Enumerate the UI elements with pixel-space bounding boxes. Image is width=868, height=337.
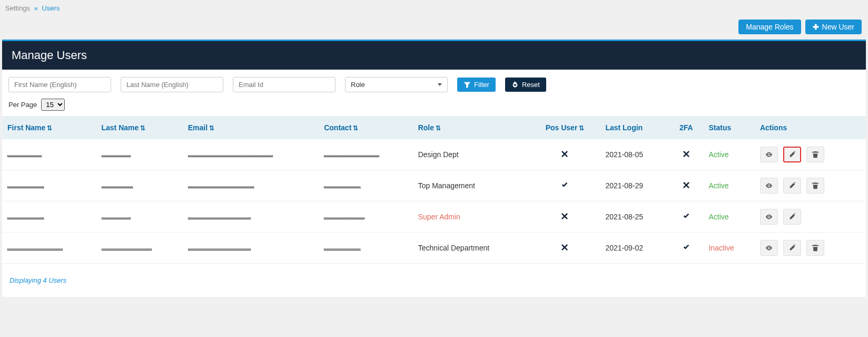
- sort-icon: ⇅: [353, 124, 358, 132]
- cell-status: Active: [703, 139, 754, 170]
- table-row: Design Dept 2021-08-05 Active: [2, 139, 866, 170]
- edit-button[interactable]: [783, 178, 801, 194]
- panel-title: Manage Users: [2, 41, 866, 70]
- edit-button[interactable]: [783, 209, 801, 225]
- view-button[interactable]: [760, 209, 778, 225]
- role-select-label: Role: [351, 81, 365, 89]
- cell-email: [183, 233, 319, 264]
- edit-icon: [788, 151, 796, 158]
- cell-contact: [319, 201, 413, 233]
- sort-icon: ⇅: [47, 124, 52, 132]
- col-2fa: 2FA: [669, 116, 703, 139]
- funnel-icon: [463, 81, 471, 89]
- breadcrumb-separator-icon: »: [34, 4, 38, 12]
- plus-icon: ✚: [813, 23, 819, 31]
- col-email[interactable]: Email⇅: [183, 116, 319, 139]
- view-button[interactable]: [760, 147, 778, 162]
- delete-button[interactable]: [806, 178, 824, 194]
- delete-button[interactable]: [806, 240, 824, 256]
- cell-actions: [755, 170, 866, 201]
- cell-first-name: [2, 233, 96, 264]
- view-button[interactable]: [760, 240, 778, 256]
- manage-roles-label: Manage Roles: [746, 23, 793, 31]
- cell-role: Design Dept: [413, 139, 530, 170]
- breadcrumb: Settings » Users: [0, 0, 868, 16]
- cell-last-login: 2021-08-05: [600, 139, 669, 170]
- cell-contact: [319, 170, 413, 201]
- cell-last-login: 2021-08-25: [600, 201, 669, 233]
- chevron-down-icon: [438, 83, 442, 86]
- email-input[interactable]: [233, 77, 336, 92]
- role-select[interactable]: Role: [345, 77, 448, 92]
- edit-button[interactable]: [783, 147, 801, 162]
- first-name-input[interactable]: [8, 77, 111, 92]
- sort-icon: ⇅: [579, 124, 584, 132]
- cell-pos-user: [530, 233, 600, 264]
- col-last-name[interactable]: Last Name⇅: [96, 116, 183, 139]
- manage-roles-button[interactable]: Manage Roles: [738, 20, 801, 34]
- table-row: Super Admin 2021-08-25 Active: [2, 201, 866, 233]
- cell-contact: [319, 139, 413, 170]
- cell-contact: [319, 233, 413, 264]
- cell-actions: [755, 233, 866, 264]
- col-last-login: Last Login: [600, 116, 669, 139]
- cell-role: Super Admin: [413, 201, 530, 233]
- cell-2fa: [669, 201, 703, 233]
- cell-2fa: [669, 170, 703, 201]
- table-row: Top Management 2021-08-29 Active: [2, 170, 866, 201]
- new-user-label: New User: [822, 23, 854, 31]
- cell-last-name: [96, 201, 183, 233]
- cell-role: Technical Department: [413, 233, 530, 264]
- breadcrumb-current[interactable]: Users: [42, 4, 60, 12]
- reset-icon: [511, 81, 519, 89]
- cell-email: [183, 201, 319, 233]
- cell-role: Top Management: [413, 170, 530, 201]
- cell-2fa: [669, 139, 703, 170]
- breadcrumb-parent[interactable]: Settings: [5, 4, 30, 12]
- table-row: Technical Department 2021-09-02 Inactive: [2, 233, 866, 264]
- cell-actions: [755, 139, 866, 170]
- cell-last-login: 2021-09-02: [600, 233, 669, 264]
- cell-last-name: [96, 233, 183, 264]
- eye-icon: [765, 213, 773, 220]
- new-user-button[interactable]: ✚ New User: [805, 20, 862, 34]
- sort-icon: ⇅: [140, 124, 145, 132]
- cell-first-name: [2, 170, 96, 201]
- view-button[interactable]: [760, 178, 778, 194]
- cell-pos-user: [530, 139, 600, 170]
- cell-last-name: [96, 170, 183, 201]
- cell-pos-user: [530, 201, 600, 233]
- eye-icon: [765, 182, 773, 189]
- footer-count: Displaying 4 Users: [2, 264, 866, 297]
- trash-icon: [812, 182, 819, 189]
- cell-first-name: [2, 139, 96, 170]
- col-role[interactable]: Role⇅: [413, 116, 530, 139]
- col-first-name[interactable]: First Name⇅: [2, 116, 96, 139]
- per-page-select[interactable]: 15: [41, 99, 65, 111]
- col-pos-user[interactable]: Pos User⇅: [530, 116, 600, 139]
- edit-button[interactable]: [783, 240, 801, 256]
- cell-email: [183, 139, 319, 170]
- trash-icon: [812, 244, 819, 252]
- sort-icon: ⇅: [209, 124, 214, 132]
- delete-button[interactable]: [806, 147, 824, 162]
- cell-2fa: [669, 233, 703, 264]
- eye-icon: [765, 151, 773, 158]
- cell-status: Inactive: [703, 233, 754, 264]
- cell-email: [183, 170, 319, 201]
- filter-button[interactable]: Filter: [457, 78, 496, 92]
- cell-last-name: [96, 139, 183, 170]
- cell-first-name: [2, 201, 96, 233]
- col-status: Status: [703, 116, 754, 139]
- edit-icon: [788, 182, 796, 189]
- sort-icon: ⇅: [436, 124, 441, 132]
- col-contact[interactable]: Contact⇅: [319, 116, 413, 139]
- cell-last-login: 2021-08-29: [600, 170, 669, 201]
- reset-button[interactable]: Reset: [505, 78, 546, 92]
- filter-button-label: Filter: [474, 81, 489, 89]
- reset-button-label: Reset: [522, 81, 540, 89]
- last-name-input[interactable]: [121, 77, 223, 92]
- edit-icon: [788, 213, 796, 220]
- cell-actions: [755, 201, 866, 233]
- trash-icon: [812, 151, 819, 158]
